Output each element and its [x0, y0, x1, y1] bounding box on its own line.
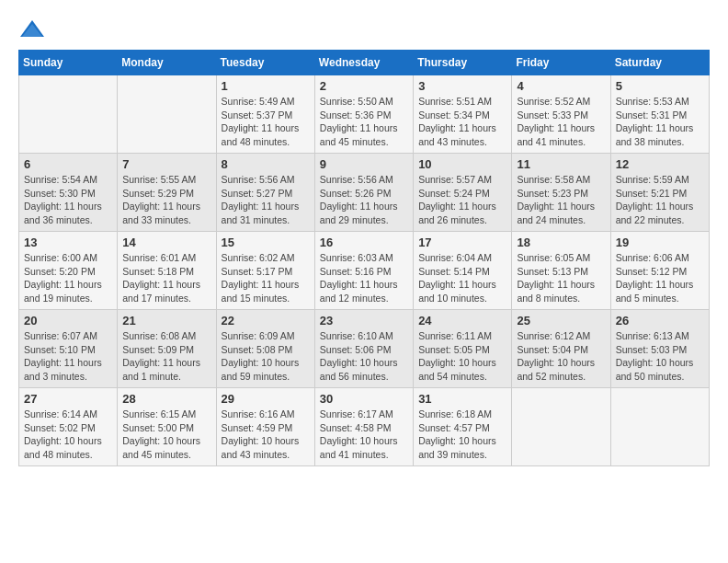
day-detail: Sunrise: 6:17 AM Sunset: 4:58 PM Dayligh…	[320, 408, 408, 462]
day-cell: 10Sunrise: 5:57 AM Sunset: 5:24 PM Dayli…	[414, 154, 512, 232]
day-number: 2	[320, 79, 408, 93]
day-detail: Sunrise: 6:18 AM Sunset: 4:57 PM Dayligh…	[418, 408, 506, 462]
day-cell: 6Sunrise: 5:54 AM Sunset: 5:30 PM Daylig…	[19, 154, 118, 232]
day-number: 26	[616, 314, 704, 327]
day-detail: Sunrise: 6:05 AM Sunset: 5:13 PM Dayligh…	[517, 251, 605, 305]
day-detail: Sunrise: 6:00 AM Sunset: 5:20 PM Dayligh…	[24, 251, 112, 305]
day-detail: Sunrise: 6:10 AM Sunset: 5:06 PM Dayligh…	[320, 329, 408, 384]
day-number: 10	[418, 157, 506, 171]
day-number: 17	[418, 236, 506, 249]
logo	[18, 18, 50, 40]
day-cell	[19, 75, 118, 154]
day-detail: Sunrise: 5:59 AM Sunset: 5:21 PM Dayligh…	[616, 173, 704, 227]
day-cell: 5Sunrise: 5:53 AM Sunset: 5:31 PM Daylig…	[610, 75, 709, 154]
weekday-header-tuesday: Tuesday	[216, 51, 314, 75]
day-detail: Sunrise: 5:54 AM Sunset: 5:30 PM Dayligh…	[24, 173, 112, 227]
day-cell: 26Sunrise: 6:13 AM Sunset: 5:03 PM Dayli…	[610, 310, 709, 388]
day-detail: Sunrise: 5:57 AM Sunset: 5:24 PM Dayligh…	[418, 173, 506, 227]
day-number: 24	[418, 314, 506, 327]
weekday-header-sunday: Sunday	[19, 51, 118, 75]
week-row-5: 27Sunrise: 6:14 AM Sunset: 5:02 PM Dayli…	[19, 388, 710, 466]
weekday-header-row: SundayMondayTuesdayWednesdayThursdayFrid…	[19, 51, 710, 75]
day-number: 23	[320, 314, 408, 327]
day-number: 7	[122, 157, 210, 171]
day-detail: Sunrise: 6:11 AM Sunset: 5:05 PM Dayligh…	[418, 329, 506, 384]
day-detail: Sunrise: 6:09 AM Sunset: 5:08 PM Dayligh…	[222, 329, 310, 384]
logo-icon	[18, 18, 46, 40]
day-cell: 9Sunrise: 5:56 AM Sunset: 5:26 PM Daylig…	[314, 154, 413, 232]
day-number: 28	[122, 392, 210, 406]
day-detail: Sunrise: 5:58 AM Sunset: 5:23 PM Dayligh…	[517, 173, 605, 227]
day-cell	[610, 388, 709, 466]
week-row-2: 6Sunrise: 5:54 AM Sunset: 5:30 PM Daylig…	[19, 154, 710, 232]
day-detail: Sunrise: 6:03 AM Sunset: 5:16 PM Dayligh…	[320, 251, 408, 305]
day-number: 29	[222, 392, 310, 406]
day-number: 12	[616, 157, 704, 171]
day-cell: 1Sunrise: 5:49 AM Sunset: 5:37 PM Daylig…	[216, 75, 314, 154]
day-number: 18	[517, 236, 605, 249]
day-cell: 24Sunrise: 6:11 AM Sunset: 5:05 PM Dayli…	[414, 310, 512, 388]
day-detail: Sunrise: 5:49 AM Sunset: 5:37 PM Dayligh…	[222, 95, 310, 149]
weekday-header-monday: Monday	[118, 51, 216, 75]
day-cell: 19Sunrise: 6:06 AM Sunset: 5:12 PM Dayli…	[610, 232, 709, 310]
day-number: 6	[24, 157, 112, 171]
day-detail: Sunrise: 6:12 AM Sunset: 5:04 PM Dayligh…	[517, 329, 605, 384]
day-detail: Sunrise: 5:56 AM Sunset: 5:26 PM Dayligh…	[320, 173, 408, 227]
day-number: 30	[320, 392, 408, 406]
day-cell: 31Sunrise: 6:18 AM Sunset: 4:57 PM Dayli…	[414, 388, 512, 466]
week-row-3: 13Sunrise: 6:00 AM Sunset: 5:20 PM Dayli…	[19, 232, 710, 310]
day-number: 13	[24, 236, 112, 249]
day-detail: Sunrise: 6:06 AM Sunset: 5:12 PM Dayligh…	[616, 251, 704, 305]
day-cell: 18Sunrise: 6:05 AM Sunset: 5:13 PM Dayli…	[512, 232, 610, 310]
weekday-header-friday: Friday	[512, 51, 610, 75]
day-detail: Sunrise: 5:55 AM Sunset: 5:29 PM Dayligh…	[122, 173, 210, 227]
day-detail: Sunrise: 6:16 AM Sunset: 4:59 PM Dayligh…	[222, 408, 310, 462]
calendar-table: SundayMondayTuesdayWednesdayThursdayFrid…	[18, 50, 710, 466]
day-number: 22	[222, 314, 310, 327]
day-cell: 2Sunrise: 5:50 AM Sunset: 5:36 PM Daylig…	[314, 75, 413, 154]
day-detail: Sunrise: 5:51 AM Sunset: 5:34 PM Dayligh…	[418, 95, 506, 149]
day-number: 4	[517, 79, 605, 93]
day-cell: 29Sunrise: 6:16 AM Sunset: 4:59 PM Dayli…	[216, 388, 314, 466]
day-detail: Sunrise: 5:52 AM Sunset: 5:33 PM Dayligh…	[517, 95, 605, 149]
day-detail: Sunrise: 6:04 AM Sunset: 5:14 PM Dayligh…	[418, 251, 506, 305]
weekday-header-thursday: Thursday	[414, 51, 512, 75]
week-row-1: 1Sunrise: 5:49 AM Sunset: 5:37 PM Daylig…	[19, 75, 710, 154]
day-cell: 27Sunrise: 6:14 AM Sunset: 5:02 PM Dayli…	[19, 388, 118, 466]
day-detail: Sunrise: 5:53 AM Sunset: 5:31 PM Dayligh…	[616, 95, 704, 149]
day-number: 1	[222, 79, 310, 93]
day-cell: 13Sunrise: 6:00 AM Sunset: 5:20 PM Dayli…	[19, 232, 118, 310]
day-number: 19	[616, 236, 704, 249]
weekday-header-saturday: Saturday	[610, 51, 709, 75]
day-number: 25	[517, 314, 605, 327]
day-number: 11	[517, 157, 605, 171]
day-cell: 17Sunrise: 6:04 AM Sunset: 5:14 PM Dayli…	[414, 232, 512, 310]
day-detail: Sunrise: 6:14 AM Sunset: 5:02 PM Dayligh…	[24, 408, 112, 462]
week-row-4: 20Sunrise: 6:07 AM Sunset: 5:10 PM Dayli…	[19, 310, 710, 388]
day-cell: 16Sunrise: 6:03 AM Sunset: 5:16 PM Dayli…	[314, 232, 413, 310]
day-cell: 12Sunrise: 5:59 AM Sunset: 5:21 PM Dayli…	[610, 154, 709, 232]
day-cell: 21Sunrise: 6:08 AM Sunset: 5:09 PM Dayli…	[118, 310, 216, 388]
day-number: 15	[222, 236, 310, 249]
day-number: 3	[418, 79, 506, 93]
day-detail: Sunrise: 6:02 AM Sunset: 5:17 PM Dayligh…	[222, 251, 310, 305]
day-number: 14	[122, 236, 210, 249]
day-cell: 11Sunrise: 5:58 AM Sunset: 5:23 PM Dayli…	[512, 154, 610, 232]
day-cell	[512, 388, 610, 466]
day-cell: 25Sunrise: 6:12 AM Sunset: 5:04 PM Dayli…	[512, 310, 610, 388]
day-detail: Sunrise: 6:08 AM Sunset: 5:09 PM Dayligh…	[122, 329, 210, 384]
day-number: 21	[122, 314, 210, 327]
day-cell: 30Sunrise: 6:17 AM Sunset: 4:58 PM Dayli…	[314, 388, 413, 466]
day-number: 8	[222, 157, 310, 171]
day-cell: 14Sunrise: 6:01 AM Sunset: 5:18 PM Dayli…	[118, 232, 216, 310]
day-cell: 7Sunrise: 5:55 AM Sunset: 5:29 PM Daylig…	[118, 154, 216, 232]
day-detail: Sunrise: 6:15 AM Sunset: 5:00 PM Dayligh…	[122, 408, 210, 462]
day-detail: Sunrise: 6:01 AM Sunset: 5:18 PM Dayligh…	[122, 251, 210, 305]
day-number: 9	[320, 157, 408, 171]
day-cell: 20Sunrise: 6:07 AM Sunset: 5:10 PM Dayli…	[19, 310, 118, 388]
day-detail: Sunrise: 6:13 AM Sunset: 5:03 PM Dayligh…	[616, 329, 704, 384]
day-number: 5	[616, 79, 704, 93]
page-header	[18, 18, 710, 40]
day-cell: 22Sunrise: 6:09 AM Sunset: 5:08 PM Dayli…	[216, 310, 314, 388]
day-cell	[118, 75, 216, 154]
